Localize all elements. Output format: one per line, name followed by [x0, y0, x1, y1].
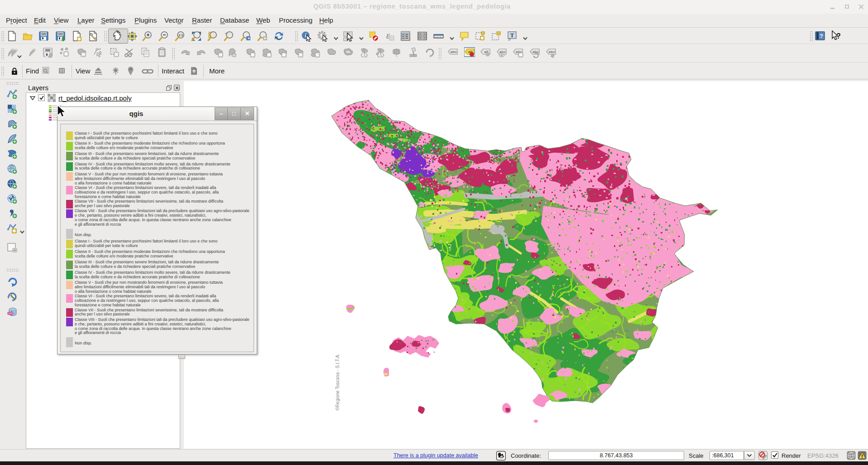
svg-text:?: ?	[820, 33, 823, 39]
svg-text:abc: abc	[549, 50, 555, 54]
svg-text:abc: abc	[499, 50, 506, 54]
svg-text:1:1: 1:1	[178, 34, 183, 37]
svg-text:?: ?	[836, 32, 841, 40]
svg-text:©Regione Toscana - S.I.T.A.: ©Regione Toscana - S.I.T.A.	[335, 354, 340, 411]
svg-text:T: T	[510, 32, 514, 39]
svg-text:ε: ε	[386, 31, 390, 40]
svg-text:abc: abc	[451, 50, 457, 54]
